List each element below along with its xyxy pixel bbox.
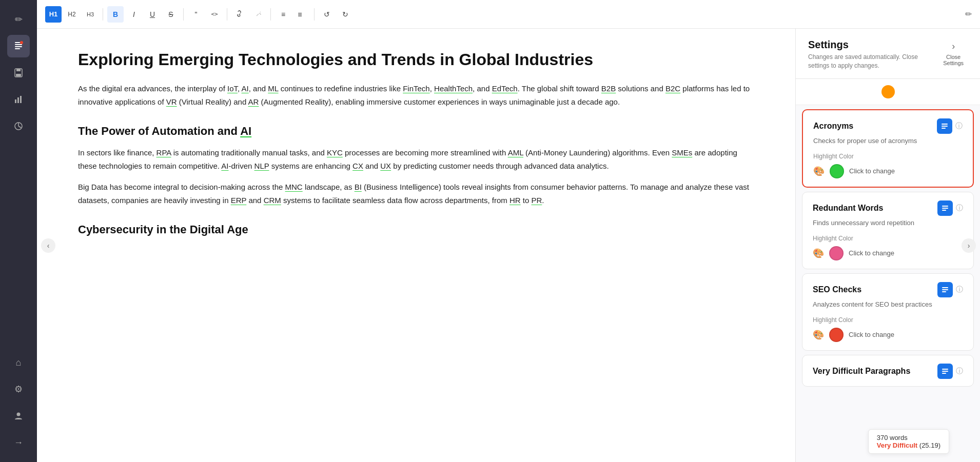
settings-scroll[interactable]: Acronyms ⓘ Checks bbox=[796, 79, 980, 462]
redundant-info-icon[interactable]: ⓘ bbox=[956, 204, 963, 213]
acronyms-settings-btn[interactable] bbox=[937, 118, 952, 134]
svg-rect-9 bbox=[17, 97, 19, 103]
card-desc-seo: Analyzes content for SEO best practices bbox=[813, 300, 963, 308]
card-controls-difficult: ⓘ bbox=[937, 364, 963, 379]
close-settings-button[interactable]: › CloseSettings bbox=[939, 39, 968, 68]
acronym-ml: ML bbox=[268, 84, 278, 93]
sidebar-icon-save[interactable] bbox=[7, 62, 30, 84]
click-to-change-redundant[interactable]: Click to change bbox=[849, 249, 894, 257]
acronym-aml: AML bbox=[508, 148, 523, 157]
sidebar-icon-settings[interactable]: ⚙ bbox=[7, 378, 30, 400]
paint-bucket-icon-seo: 🎨 bbox=[813, 329, 824, 340]
color-dot-redundant[interactable] bbox=[829, 246, 844, 260]
sidebar-icon-analytics[interactable] bbox=[7, 115, 30, 137]
editor-scroll[interactable]: Exploring Emerging Technologies and Tren… bbox=[37, 29, 795, 462]
color-dot-acronyms[interactable] bbox=[830, 164, 844, 178]
card-title-difficult: Very Difficult Paragraphs bbox=[813, 367, 910, 376]
svg-rect-17 bbox=[942, 128, 946, 129]
acronym-bi: BI bbox=[355, 183, 362, 191]
card-header-redundant: Redundant Words ⓘ bbox=[813, 200, 963, 216]
link-button[interactable] bbox=[231, 6, 248, 23]
svg-rect-22 bbox=[942, 289, 948, 290]
settings-card-difficult: Very Difficult Paragraphs ⓘ bbox=[802, 355, 974, 387]
paragraph-1: As the digital era advances, the interpl… bbox=[78, 82, 754, 108]
acronym-vr: VR bbox=[166, 97, 177, 106]
h1-button[interactable]: H1 bbox=[45, 6, 62, 23]
paragraph-2: In sectors like finance, RPA is automati… bbox=[78, 146, 754, 172]
acronym-pr: PR bbox=[532, 196, 542, 205]
sidebar-icon-arrow[interactable]: → bbox=[7, 431, 30, 454]
undo-button[interactable]: ↺ bbox=[319, 6, 335, 23]
acronym-fintech: FinTech bbox=[403, 84, 430, 93]
settings-partial-top bbox=[796, 79, 980, 105]
click-to-change-seo[interactable]: Click to change bbox=[849, 331, 894, 338]
acronym-ai: AI bbox=[242, 84, 249, 93]
ordered-list-button[interactable]: ≣ bbox=[293, 6, 310, 23]
card-header-seo: SEO Checks ⓘ bbox=[813, 282, 963, 297]
highlight-row-acronyms: 🎨 Click to change bbox=[813, 164, 963, 178]
redo-button[interactable]: ↻ bbox=[337, 6, 354, 23]
acronym-healthtech: HealthTech bbox=[434, 84, 473, 93]
toolbar-divider-1 bbox=[103, 8, 103, 21]
svg-point-12 bbox=[17, 413, 21, 416]
sidebar-icon-user[interactable] bbox=[7, 405, 30, 427]
acronym-b2b: B2B bbox=[601, 84, 616, 93]
svg-rect-6 bbox=[16, 69, 21, 71]
h2-button[interactable]: H2 bbox=[64, 6, 80, 23]
seo-settings-btn[interactable] bbox=[937, 282, 953, 297]
svg-rect-18 bbox=[942, 206, 948, 207]
card-header-acronyms: Acronyms ⓘ bbox=[813, 118, 963, 134]
card-title-redundant: Redundant Words bbox=[813, 204, 883, 213]
svg-text:≣: ≣ bbox=[298, 11, 302, 17]
bold-button[interactable]: B bbox=[107, 6, 124, 23]
card-title-acronyms: Acronyms bbox=[813, 122, 853, 131]
paint-bucket-icon-redundant: 🎨 bbox=[813, 248, 824, 259]
close-arrow-icon: › bbox=[952, 41, 955, 52]
quote-button[interactable]: " bbox=[188, 6, 204, 23]
svg-rect-2 bbox=[15, 46, 22, 47]
sidebar-icon-home[interactable]: ⌂ bbox=[7, 351, 30, 374]
edit-pencil-icon[interactable]: ✏ bbox=[965, 9, 972, 19]
italic-button[interactable]: I bbox=[126, 6, 142, 23]
acronym-mnc: MNC bbox=[285, 183, 303, 191]
highlight-section-seo: Highlight Color 🎨 Click to change bbox=[813, 316, 963, 342]
svg-rect-16 bbox=[942, 126, 948, 127]
svg-rect-7 bbox=[16, 74, 21, 76]
color-dot-seo[interactable] bbox=[829, 328, 844, 342]
click-to-change-acronyms[interactable]: Click to change bbox=[849, 167, 895, 175]
acronym-ux: UX bbox=[380, 162, 391, 170]
unlink-button[interactable] bbox=[250, 6, 266, 23]
card-desc-redundant: Finds unnecessary word repetition bbox=[813, 219, 963, 227]
card-title-seo: SEO Checks bbox=[813, 285, 861, 294]
nav-prev-button[interactable]: ‹ bbox=[41, 238, 55, 253]
list-button[interactable]: ≡ bbox=[275, 6, 291, 23]
highlight-row-seo: 🎨 Click to change bbox=[813, 328, 963, 342]
editor-container: ‹ Exploring Emerging Technologies and Tr… bbox=[37, 29, 980, 462]
acronym-crm: CRM bbox=[264, 196, 281, 205]
acronym-cx: CX bbox=[352, 162, 363, 170]
svg-rect-24 bbox=[942, 369, 948, 370]
redundant-settings-btn[interactable] bbox=[937, 200, 953, 216]
svg-point-4 bbox=[20, 41, 23, 44]
acronym-b2c: B2C bbox=[665, 84, 680, 93]
sidebar-icon-edit[interactable]: ✏ bbox=[7, 8, 30, 31]
settings-subtitle: Changes are saved automatically. Close s… bbox=[808, 53, 939, 70]
sidebar-icon-document[interactable] bbox=[7, 35, 30, 57]
nav-next-button[interactable]: › bbox=[962, 238, 976, 253]
card-controls-acronyms: ⓘ bbox=[937, 118, 963, 134]
underline-button[interactable]: U bbox=[144, 6, 161, 23]
sidebar-icon-chart[interactable] bbox=[7, 88, 30, 111]
acronyms-info-icon[interactable]: ⓘ bbox=[955, 122, 963, 131]
seo-info-icon[interactable]: ⓘ bbox=[956, 285, 963, 294]
document-title: Exploring Emerging Technologies and Tren… bbox=[78, 49, 754, 70]
toolbar-divider-3 bbox=[227, 8, 227, 21]
settings-card-redundant: Redundant Words ⓘ bbox=[802, 192, 974, 269]
difficult-settings-btn[interactable] bbox=[937, 364, 953, 379]
svg-rect-23 bbox=[942, 291, 946, 292]
h3-button[interactable]: H3 bbox=[82, 6, 99, 23]
strikethrough-button[interactable]: S bbox=[163, 6, 179, 23]
code-button[interactable]: <> bbox=[206, 6, 223, 23]
card-desc-acronyms: Checks for proper use of acronyms bbox=[813, 137, 963, 145]
svg-rect-21 bbox=[942, 287, 948, 288]
difficult-info-icon[interactable]: ⓘ bbox=[956, 367, 963, 376]
